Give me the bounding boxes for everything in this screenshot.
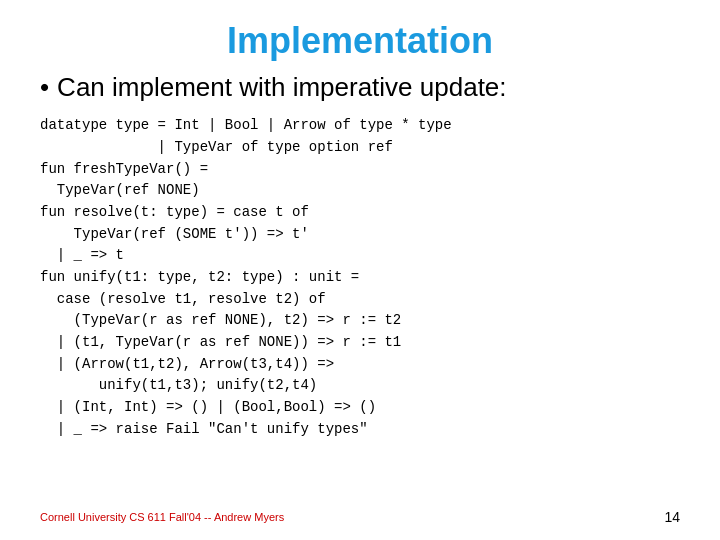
bullet-dot: • — [40, 72, 49, 103]
slide: Implementation • Can implement with impe… — [0, 0, 720, 540]
bullet-item: • Can implement with imperative update: — [40, 72, 680, 103]
slide-footer: Cornell University CS 611 Fall'04 -- And… — [40, 505, 680, 525]
bullet-text: Can implement with imperative update: — [57, 72, 506, 103]
page-number: 14 — [664, 509, 680, 525]
code-block: datatype type = Int | Bool | Arrow of ty… — [40, 115, 680, 497]
footer-text: Cornell University CS 611 Fall'04 -- And… — [40, 511, 284, 523]
slide-title: Implementation — [40, 20, 680, 62]
